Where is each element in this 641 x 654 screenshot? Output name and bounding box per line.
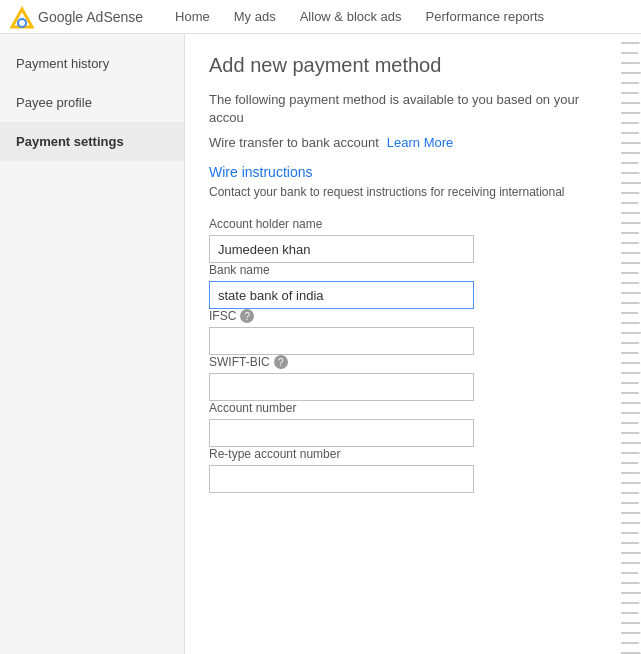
input-retype-account-number[interactable] [209, 465, 474, 493]
logo-text: Google AdSense [38, 9, 143, 25]
sidebar-item-payee-profile[interactable]: Payee profile [0, 83, 184, 122]
info-text: The following payment method is availabl… [209, 91, 617, 127]
logo: Google AdSense [10, 5, 143, 29]
wire-instructions-section: Wire instructions Contact your bank to r… [209, 164, 617, 201]
label-swift-bic: SWIFT-BIC ? [209, 355, 617, 369]
nav-performance-reports[interactable]: Performance reports [414, 0, 557, 34]
swift-bic-help-icon[interactable]: ? [274, 355, 288, 369]
form-group-retype-account-number: 6 Re-type account number [209, 447, 617, 493]
adsense-logo-icon [10, 5, 34, 29]
page-title: Add new payment method [209, 54, 617, 77]
label-ifsc: IFSC ? [209, 309, 617, 323]
top-navigation: Google AdSense Home My ads Allow & block… [0, 0, 641, 34]
nav-my-ads[interactable]: My ads [222, 0, 288, 34]
wire-transfer-row: Wire transfer to bank account Learn More [209, 135, 617, 150]
learn-more-link[interactable]: Learn More [387, 135, 453, 150]
form-group-account-holder-name: 1 Account holder name [209, 217, 617, 263]
sidebar-item-payment-settings[interactable]: Payment settings [0, 122, 184, 161]
svg-point-3 [19, 20, 25, 26]
main-content: Add new payment method The following pay… [185, 34, 641, 654]
wire-instructions-desc: Contact your bank to request instruction… [209, 184, 617, 201]
ifsc-help-icon[interactable]: ? [240, 309, 254, 323]
main-layout: Payment history Payee profile Payment se… [0, 34, 641, 654]
input-account-number[interactable] [209, 419, 474, 447]
label-retype-account-number: Re-type account number [209, 447, 617, 461]
form-group-ifsc: 3 IFSC ? [209, 309, 617, 355]
sidebar: Payment history Payee profile Payment se… [0, 34, 185, 654]
nav-allow-block-ads[interactable]: Allow & block ads [288, 0, 414, 34]
nav-home[interactable]: Home [163, 0, 222, 34]
input-bank-name[interactable] [209, 281, 474, 309]
form-group-swift-bic: 4 SWIFT-BIC ? [209, 355, 617, 401]
wire-transfer-label: Wire transfer to bank account [209, 135, 379, 150]
label-bank-name: Bank name [209, 263, 617, 277]
form-group-bank-name: 2 Bank name [209, 263, 617, 309]
label-account-holder-name: Account holder name [209, 217, 617, 231]
wire-instructions-title: Wire instructions [209, 164, 617, 180]
form-group-account-number: 5 Account number [209, 401, 617, 447]
label-account-number: Account number [209, 401, 617, 415]
sidebar-item-payment-history[interactable]: Payment history [0, 44, 184, 83]
form-fields-container: 1 Account holder name 2 Bank name [209, 217, 617, 493]
input-ifsc[interactable] [209, 327, 474, 355]
input-swift-bic[interactable] [209, 373, 474, 401]
input-account-holder-name[interactable] [209, 235, 474, 263]
